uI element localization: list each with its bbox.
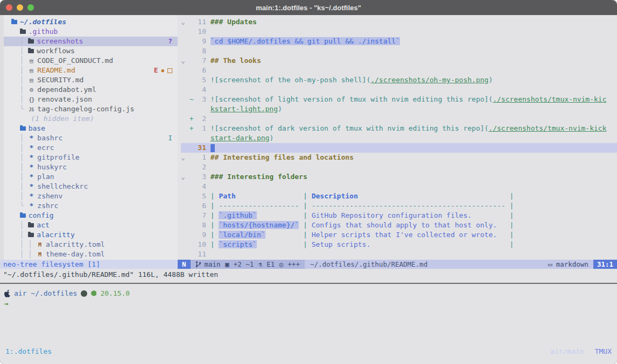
line-number: 8 — [198, 221, 210, 229]
buffer-line[interactable]: 8 | `hosts/{hostname}/` | Configs that s… — [181, 220, 617, 230]
indent-guide: │ │ — [11, 250, 37, 258]
buffer-line[interactable]: 10 — [181, 27, 617, 37]
filetype: markdown — [556, 260, 588, 269]
sign-column — [190, 202, 198, 210]
tree-item-act[interactable]: │ act — [4, 220, 178, 230]
tree-item-huskyrc[interactable]: │ *huskyrc — [4, 162, 178, 172]
folder-icon — [28, 49, 34, 53]
buffer-line[interactable]: 4 — [181, 182, 617, 191]
shell-pane[interactable]: air ~/.dotfiles 20.15.0 → — [4, 288, 130, 309]
syntax-td: GitHub Repository configuration files. — [312, 211, 472, 219]
minimize-button[interactable] — [17, 4, 23, 11]
neotree-panel[interactable]: ~/.dotfiles .github │ screenshots? │ wor… — [0, 15, 178, 260]
sign-column — [190, 192, 198, 200]
buffer-line[interactable]: 31 — [181, 143, 617, 153]
buffer-line[interactable]: ⌄ 3 ### Interesting folders — [181, 172, 617, 182]
close-button[interactable] — [6, 4, 12, 11]
buffer-line[interactable]: ⌄ 1 ## Interesting files and locations — [181, 153, 617, 162]
tmux-pane-divider[interactable] — [0, 283, 617, 284]
indent-guide: │ — [11, 163, 28, 171]
tree-item-dotfiles[interactable]: ~/.dotfiles — [4, 17, 178, 27]
buffer-line[interactable]: + 2 — [181, 114, 617, 124]
fold-column — [181, 134, 190, 142]
buffer-line[interactable]: 9 | `local/bin` | Helper scripts that I'… — [181, 230, 617, 240]
filetype-segment: ▭ markdown — [542, 260, 593, 269]
line-number: 5 — [198, 76, 210, 84]
tree-item-tag-changelog-config-js[interactable]: └ JStag-changelog-config.js — [4, 104, 178, 114]
tree-item-base[interactable]: base — [4, 124, 178, 133]
tree-item-config[interactable]: config — [4, 211, 178, 220]
tree-item-1-hidden-item[interactable]: (1 hidden item) — [4, 114, 178, 124]
buffer-line[interactable]: 11 — [181, 249, 617, 259]
buffer-line[interactable]: 7 | `.github` | GitHub Repository config… — [181, 211, 617, 220]
buffer-line[interactable]: ⌄ 7 ## The looks — [181, 56, 617, 66]
indent-guide: │ — [11, 47, 28, 55]
tmux-window-name[interactable]: 1:.dotfiles — [5, 347, 52, 364]
line-number — [198, 134, 210, 142]
git-diff: +2 ~1 — [234, 260, 254, 269]
line-number — [198, 105, 210, 113]
tree-item-code-of-conduct-md[interactable]: │ ▤CODE_OF_CONDUCT.md — [4, 56, 178, 66]
tree-item-github[interactable]: .github — [4, 27, 178, 37]
tree-item-label: huskyrc — [37, 163, 67, 171]
star-icon: * — [28, 191, 34, 201]
tree-item-ecrc[interactable]: │ *ecrc — [4, 143, 178, 153]
tree-item-alacritty[interactable]: │ alacritty — [4, 230, 178, 240]
fold-column — [181, 95, 190, 103]
tree-item-dependabot-yml[interactable]: │ ⚙dependabot.yml — [4, 85, 178, 95]
tree-item-theme-day-toml[interactable]: │ │ Mtheme-day.toml — [4, 249, 178, 259]
buffer-line[interactable]: kstart-light.png) — [181, 104, 617, 114]
buffer-line[interactable]: 8 — [181, 46, 617, 56]
syntax-sp — [257, 211, 303, 219]
tree-item-label: dependabot.yml — [37, 85, 96, 94]
tree-item-shellcheckrc[interactable]: │ *shellcheckrc — [4, 182, 178, 191]
terminal-window: main:1:.dotfiles - "ks~/.dotfiles" ~/.do… — [0, 0, 617, 364]
tree-item-plan[interactable]: │ *plan — [4, 172, 178, 182]
tree-item-label: zshrc — [37, 202, 58, 210]
buffer-line[interactable]: 2 — [181, 162, 617, 172]
tree-item-zshenv[interactable]: │ *zshenv — [4, 191, 178, 201]
tree-item-security-md[interactable]: │ ▤SECURITY.md — [4, 75, 178, 85]
star-icon: * — [28, 201, 34, 211]
tree-item-gitprofile[interactable]: │ *gitprofile — [4, 153, 178, 162]
buffer-line[interactable]: start-dark.png) — [181, 133, 617, 143]
tree-item-renovate-json[interactable]: │ {}renovate.json — [4, 95, 178, 104]
tree-item-label: plan — [37, 173, 54, 181]
buffer-line[interactable]: ~ 3 ![screenshot of light version of tmu… — [181, 95, 617, 104]
syntax-h3: ### Updates — [211, 18, 257, 26]
tree-item-alacritty-toml[interactable]: │ │ Malacritty.toml — [4, 240, 178, 249]
sign-column — [190, 27, 198, 35]
buffer-line[interactable]: 9 `cd $HOME/.dotfiles && git pull && ./i… — [181, 37, 617, 46]
buffer-line[interactable]: 6 — [181, 66, 617, 75]
sign-column — [190, 66, 198, 74]
fold-column — [181, 250, 190, 258]
syntax-sp — [257, 240, 303, 248]
tree-item-zshrc[interactable]: └ *zshrc — [4, 201, 178, 211]
tree-item-bashrc[interactable]: │ *bashrcI — [4, 133, 178, 143]
zoom-button[interactable] — [27, 4, 34, 11]
tree-item-screenshots[interactable]: │ screenshots? — [4, 37, 178, 46]
tree-item-badges: I — [168, 133, 172, 143]
fold-column: ⌄ — [181, 173, 190, 181]
indent-guide: │ │ — [11, 240, 37, 248]
syntax-link: start-dark.png — [211, 134, 270, 142]
buffer-line[interactable]: ⌄ 11 ### Updates — [181, 17, 617, 27]
tree-item-workflows[interactable]: │ workflows — [4, 46, 178, 56]
buffer-line[interactable]: 10 | `scripts` | Setup scripts. | — [181, 240, 617, 249]
buffer-line[interactable]: 5 ![screenshot of the oh-my-posh shell](… — [181, 75, 617, 85]
tree-item-readme-md[interactable]: │ ▤README.mdE● — [4, 66, 178, 75]
window-title: main:1:.dotfiles - "ks~/.dotfiles" — [256, 4, 361, 12]
tree-item-label: workflows — [37, 47, 74, 55]
syntax-sp — [265, 231, 303, 239]
buffer-line[interactable]: 5 | Path | Description | — [181, 191, 617, 201]
syntax-punct: | ------------------- | ----------------… — [211, 202, 514, 210]
editor-buffer[interactable]: ⌄ 11 ### Updates 10 9 `cd $HOME/.dotfile… — [178, 15, 617, 260]
syntax-h3: ### Interesting folders — [211, 173, 307, 181]
tree-item-label: .github — [29, 27, 58, 35]
buffer-line[interactable]: 6 | ------------------- | --------------… — [181, 201, 617, 211]
buffer-line[interactable]: 4 — [181, 85, 617, 95]
star-icon: * — [28, 133, 34, 143]
syntax-sp — [472, 211, 509, 219]
buffer-line[interactable]: + 1 ![screenshot of dark version of tmux… — [181, 124, 617, 133]
cursor-position: 31:1 — [593, 260, 617, 269]
